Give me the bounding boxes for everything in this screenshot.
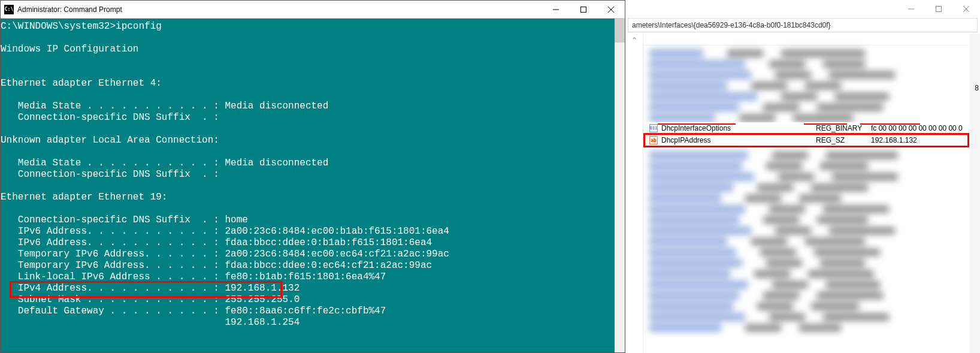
truncated-data-char: 8 [975,84,979,92]
reg-value-type: REG_SZ [816,136,871,144]
reg-column-header[interactable] [643,32,980,46]
strikethrough-annotation [804,123,847,125]
svg-rect-5 [936,7,942,12]
cmd-command: ipconfig [116,21,162,32]
cmd-body: C:\WINDOWS\system32>ipconfig Windows IP … [1,19,625,352]
adapter-unknown-heading: Unknown adapter Local Area Connection: [1,135,219,146]
binary-value-icon: 011 [649,124,658,132]
reg-address-bar[interactable]: ameters\Interfaces\{dea56929-e136-4c8a-b… [628,18,978,32]
cmd-output[interactable]: C:\WINDOWS\system32>ipconfig Windows IP … [1,19,615,352]
line-ipv6-1: IPv6 Address. . . . . . . . . . . : 2a00… [1,226,449,237]
reg-address-text: ameters\Interfaces\{dea56929-e136-4c8a-b… [632,21,831,29]
reg-tree-panel[interactable]: ⌃ [625,32,643,353]
line-ipv4: IPv4 Address. . . . . . . . . . . : 192.… [1,283,300,294]
line-media-state: Media State . . . . . . . . . . . : Medi… [1,101,328,111]
cmd-scrollbar[interactable] [615,19,625,352]
reg-scrollbar[interactable] [970,34,980,353]
chevron-up-icon[interactable]: ⌃ [631,36,637,44]
command-prompt-window: C:\ Administrator: Command Prompt C:\WIN… [0,0,625,353]
line-dns-suffix-home: Connection-specific DNS Suffix . : home [1,215,248,225]
reg-value-name: DhcpInterfaceOptions [661,124,816,132]
line-media-state: Media State . . . . . . . . . . . : Medi… [1,158,328,168]
svg-rect-1 [581,7,586,12]
ipconfig-heading: Windows IP Configuration [1,44,138,55]
reg-value-data: 192.168.1.132 [871,136,976,144]
line-gateway-2: 192.168.1.254 [1,317,300,328]
string-value-icon: ab [649,136,658,144]
blurred-rows [643,46,980,353]
line-dns-suffix: Connection-specific DNS Suffix . : [1,112,219,123]
line-subnet: Subnet Mask . . . . . . . . . . . : 255.… [1,294,300,305]
adapter-eth19-heading: Ethernet adapter Ethernet 19: [1,192,167,203]
cmd-icon: C:\ [4,5,14,14]
line-tmp-ipv6-2: Temporary IPv6 Address. . . . . . : fdaa… [1,260,432,271]
minimize-button[interactable] [542,1,570,18]
reg-value-type: REG_BINARY [816,124,871,132]
reg-titlebar[interactable] [625,0,980,18]
cmd-scroll-thumb[interactable] [615,19,625,43]
reg-close-button[interactable] [952,0,980,18]
registry-row[interactable]: ab DhcpIPAddress REG_SZ 192.168.1.132 [647,134,976,146]
cmd-title-controls [542,1,625,18]
line-gateway-1: Default Gateway . . . . . . . . . : fe80… [1,306,386,316]
adapter-eth4-heading: Ethernet adapter Ethernet 4: [1,78,162,89]
maximize-button[interactable] [570,1,597,18]
line-ipv6-2: IPv6 Address. . . . . . . . . . . : fdaa… [1,237,432,248]
line-tmp-ipv6-1: Temporary IPv6 Address. . . . . . : 2a00… [1,249,449,260]
reg-body: ⌃ [625,32,980,353]
reg-values-panel[interactable]: 011 DhcpInterfaceOptions REG_BINARY fc 0… [643,32,980,353]
reg-minimize-button[interactable] [897,0,925,18]
strikethrough-annotation [860,123,920,125]
cmd-titlebar[interactable]: C:\ Administrator: Command Prompt [1,1,625,19]
line-link-local: Link-local IPv6 Address . . . . . : fe80… [1,271,386,282]
cmd-title-text: Administrator: Command Prompt [17,5,542,14]
reg-maximize-button[interactable] [925,0,952,18]
close-button[interactable] [597,1,625,18]
visible-registry-rows: 011 DhcpInterfaceOptions REG_BINARY fc 0… [647,122,976,146]
line-dns-suffix: Connection-specific DNS Suffix . : [1,169,219,180]
cmd-prompt: C:\WINDOWS\system32> [1,21,116,32]
reg-value-name: DhcpIPAddress [661,136,816,144]
registry-editor-window: ameters\Interfaces\{dea56929-e136-4c8a-b… [625,0,980,353]
reg-value-data: fc 00 00 00 00 00 00 00 00 0 [871,124,976,132]
